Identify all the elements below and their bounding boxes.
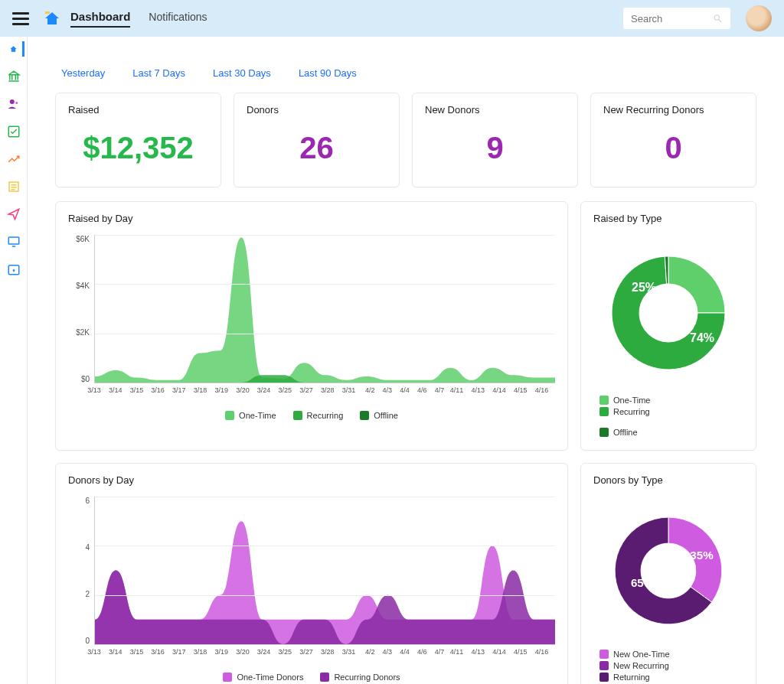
svg-line-2 [719, 20, 721, 22]
range-last-90[interactable]: Last 90 Days [299, 67, 357, 79]
monitor-icon[interactable] [6, 234, 21, 249]
stat-value: 9 [425, 125, 565, 176]
stat-label: Raised [68, 104, 208, 116]
stat-new-donors: New Donors 9 [412, 93, 578, 187]
area-chart-svg [95, 497, 555, 644]
donors-icon[interactable] [6, 96, 21, 112]
svg-text:65%: 65% [631, 576, 655, 589]
header-tabs: Dashboard Notifications [70, 10, 207, 28]
stat-raised: Raised $12,352 [55, 93, 221, 187]
donors-donut: 65%35% [593, 497, 743, 645]
svg-text:74%: 74% [690, 331, 714, 344]
donors-by-day-card: Donors by Day 6420 3/133/143/153/163/173… [55, 463, 568, 684]
main-content: Yesterday Last 7 Days Last 30 Days Last … [28, 37, 784, 684]
search-icon [713, 13, 723, 24]
tab-dashboard[interactable]: Dashboard [70, 10, 130, 28]
svg-rect-10 [8, 237, 19, 244]
search-input[interactable] [631, 13, 713, 24]
range-last-7[interactable]: Last 7 Days [132, 67, 185, 79]
stat-donors: Donors 26 [234, 93, 400, 187]
trend-icon[interactable] [6, 151, 21, 167]
x-axis-labels: 3/133/143/153/163/173/183/193/203/243/25… [94, 386, 555, 403]
chart-title: Raised by Day [68, 213, 555, 224]
date-range-tabs: Yesterday Last 7 Days Last 30 Days Last … [61, 67, 756, 79]
area-chart-svg [95, 235, 555, 383]
x-axis-labels: 3/133/143/153/163/173/183/193/203/243/25… [94, 648, 555, 665]
donors-by-type-card: Donors by Type 65%35% New One-TimeNew Re… [580, 463, 756, 684]
avatar[interactable] [746, 5, 772, 31]
donors-by-day-chart: 6420 3/133/143/153/163/173/183/193/203/2… [68, 497, 555, 665]
svg-point-1 [715, 15, 720, 20]
y-axis-labels: 6420 [68, 497, 93, 645]
stat-value: 26 [247, 125, 387, 176]
donut-chart-svg: 65%35% [603, 506, 733, 636]
send-icon[interactable] [6, 207, 21, 222]
range-yesterday[interactable]: Yesterday [61, 67, 105, 79]
chart-legend: One-TimeRecurringOffline [68, 403, 555, 420]
chart-legend: One-Time DonorsRecurring Donors [68, 665, 555, 682]
chart-legend: One-TimeRecurringOffline [593, 391, 743, 437]
stat-value: 0 [603, 125, 743, 176]
tab-notifications[interactable]: Notifications [149, 11, 207, 26]
svg-text:25%: 25% [632, 281, 656, 294]
range-last-30[interactable]: Last 30 Days [213, 67, 271, 79]
svg-point-3 [9, 99, 14, 104]
svg-text:35%: 35% [690, 549, 714, 562]
home-icon[interactable] [9, 41, 24, 57]
chart-title: Donors by Type [593, 474, 743, 486]
search-box[interactable] [623, 8, 730, 29]
chart-title: Raised by Type [593, 213, 743, 224]
app-logo-icon [43, 9, 61, 28]
raised-by-day-card: Raised by Day $6K$4K$2K$0 3/133/143/153/… [55, 201, 568, 451]
calendar-icon[interactable] [6, 262, 21, 277]
bank-icon[interactable] [6, 69, 21, 84]
stat-label: New Donors [425, 104, 565, 116]
check-icon[interactable] [6, 124, 21, 139]
donut-chart-svg: 25%74% [599, 244, 737, 382]
svg-point-4 [15, 102, 18, 104]
menu-icon[interactable] [12, 9, 29, 28]
y-axis-labels: $6K$4K$2K$0 [68, 235, 93, 383]
stat-label: Donors [247, 104, 387, 116]
svg-rect-0 [45, 11, 50, 14]
raised-by-type-card: Raised by Type 25%74% One-TimeRecurringO… [580, 201, 756, 451]
sidebar [0, 37, 28, 684]
chart-legend: New One-TimeNew RecurringReturning [593, 645, 743, 682]
list-icon[interactable] [6, 179, 21, 194]
raised-by-day-chart: $6K$4K$2K$0 3/133/143/153/163/173/183/19… [68, 235, 555, 403]
raised-donut: 25%74% [593, 235, 743, 391]
stat-row: Raised $12,352 Donors 26 New Donors 9 Ne… [55, 93, 756, 187]
stat-label: New Recurring Donors [603, 104, 743, 116]
top-bar: Dashboard Notifications [0, 0, 784, 37]
chart-title: Donors by Day [68, 474, 555, 486]
stat-new-recurring: New Recurring Donors 0 [590, 93, 756, 187]
stat-value: $12,352 [68, 125, 208, 176]
